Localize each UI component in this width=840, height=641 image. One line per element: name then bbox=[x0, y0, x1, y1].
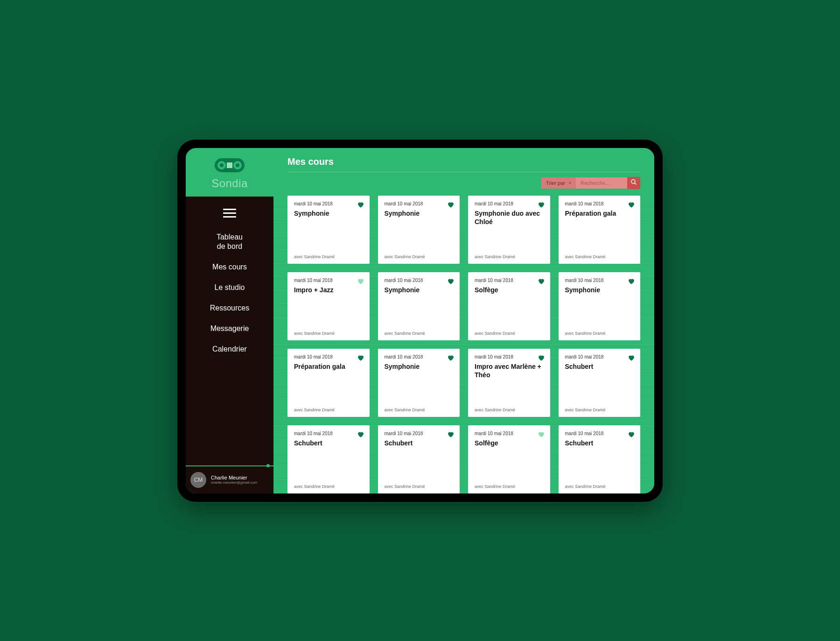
course-card[interactable]: mardi 10 mai 2018Solfègeavec Sandrine Dr… bbox=[468, 272, 550, 340]
course-card[interactable]: mardi 10 mai 2018Symphonieavec Sandrine … bbox=[378, 272, 460, 340]
main-content: Mes cours Trier par ▾ mardi 10 mai bbox=[273, 148, 654, 493]
nav-item[interactable]: Messagerie bbox=[186, 318, 273, 339]
nav-item[interactable]: Le studio bbox=[186, 277, 273, 298]
nav-item[interactable]: Mes cours bbox=[186, 257, 273, 277]
course-title: Préparation gala bbox=[294, 362, 363, 371]
course-card[interactable]: mardi 10 mai 2018Préparation galaavec Sa… bbox=[559, 196, 641, 264]
sort-label: Trier par bbox=[546, 180, 565, 186]
course-card[interactable]: mardi 10 mai 2018Symphonieavec Sandrine … bbox=[378, 349, 460, 417]
course-title: Symphonie bbox=[385, 286, 454, 294]
course-card[interactable]: mardi 10 mai 2018Schubertavec Sandrine D… bbox=[559, 349, 641, 417]
course-title: Symphonie bbox=[385, 209, 454, 218]
heart-icon[interactable] bbox=[357, 353, 365, 362]
nav-item[interactable]: Tableau de bord bbox=[186, 227, 273, 257]
course-title: Symphonie bbox=[385, 362, 454, 371]
user-text: Charlie Meunier charlie.meunier@gmail.co… bbox=[211, 475, 257, 485]
svg-point-6 bbox=[631, 179, 635, 183]
course-card[interactable]: mardi 10 mai 2018Symphonieavec Sandrine … bbox=[287, 196, 370, 264]
course-title: Impro avec Marlène + Théo bbox=[475, 362, 544, 379]
course-instructor: avec Sandrine Dramé bbox=[385, 484, 454, 489]
course-date: mardi 10 mai 2018 bbox=[475, 201, 544, 206]
course-card[interactable]: mardi 10 mai 2018Symphonieavec Sandrine … bbox=[559, 272, 641, 340]
search-button[interactable] bbox=[627, 177, 640, 189]
course-card[interactable]: mardi 10 mai 2018Symphonieavec Sandrine … bbox=[378, 196, 460, 264]
course-card[interactable]: mardi 10 mai 2018Solfègeavec Sandrine Dr… bbox=[468, 425, 550, 493]
course-grid: mardi 10 mai 2018Symphonieavec Sandrine … bbox=[273, 196, 654, 493]
course-instructor: avec Sandrine Dramé bbox=[565, 408, 634, 412]
heart-icon[interactable] bbox=[537, 200, 546, 209]
search-icon bbox=[630, 179, 637, 187]
brand-logo-icon bbox=[215, 158, 245, 174]
hamburger-menu-icon[interactable] bbox=[186, 202, 273, 227]
main-nav: Tableau de bordMes coursLe studioRessour… bbox=[186, 197, 273, 465]
course-card[interactable]: mardi 10 mai 2018Schubertavec Sandrine D… bbox=[559, 425, 641, 493]
course-date: mardi 10 mai 2018 bbox=[294, 278, 363, 283]
search-input[interactable] bbox=[576, 177, 627, 189]
course-date: mardi 10 mai 2018 bbox=[565, 278, 634, 283]
nav-item[interactable]: Calendrier bbox=[186, 339, 273, 359]
heart-icon[interactable] bbox=[357, 277, 365, 285]
tablet-frame: Sondia Tableau de bordMes coursLe studio… bbox=[177, 140, 663, 502]
heart-icon[interactable] bbox=[447, 430, 455, 438]
sort-dropdown[interactable]: Trier par ▾ bbox=[541, 177, 576, 189]
heart-icon[interactable] bbox=[627, 277, 636, 285]
heart-icon[interactable] bbox=[627, 430, 636, 438]
course-instructor: avec Sandrine Dramé bbox=[475, 484, 544, 489]
course-title: Schubert bbox=[565, 362, 634, 371]
course-card[interactable]: mardi 10 mai 2018Impro avec Marlène + Th… bbox=[468, 349, 550, 417]
course-title: Symphonie duo avec Chloé bbox=[475, 209, 544, 226]
course-instructor: avec Sandrine Dramé bbox=[475, 331, 544, 336]
course-card[interactable]: mardi 10 mai 2018Préparation galaavec Sa… bbox=[287, 349, 370, 417]
course-date: mardi 10 mai 2018 bbox=[475, 278, 544, 283]
heart-icon[interactable] bbox=[447, 353, 455, 362]
course-instructor: avec Sandrine Dramé bbox=[294, 254, 363, 259]
course-instructor: avec Sandrine Dramé bbox=[475, 408, 544, 412]
chevron-down-icon: ▾ bbox=[569, 181, 571, 185]
course-date: mardi 10 mai 2018 bbox=[294, 201, 363, 206]
course-card[interactable]: mardi 10 mai 2018Schubertavec Sandrine D… bbox=[378, 425, 460, 493]
heart-icon[interactable] bbox=[627, 353, 636, 362]
svg-point-5 bbox=[236, 163, 239, 167]
sidebar: Sondia Tableau de bordMes coursLe studio… bbox=[186, 148, 273, 493]
svg-line-7 bbox=[635, 183, 637, 184]
course-date: mardi 10 mai 2018 bbox=[565, 201, 634, 206]
heart-icon[interactable] bbox=[627, 200, 636, 209]
course-title: Solfège bbox=[475, 439, 544, 447]
heart-icon[interactable] bbox=[537, 277, 546, 285]
heart-icon[interactable] bbox=[357, 430, 365, 438]
course-date: mardi 10 mai 2018 bbox=[385, 431, 454, 436]
svg-point-2 bbox=[220, 163, 224, 167]
course-instructor: avec Sandrine Dramé bbox=[385, 331, 454, 336]
course-card[interactable]: mardi 10 mai 2018Schubertavec Sandrine D… bbox=[287, 425, 370, 493]
heart-icon[interactable] bbox=[447, 277, 455, 285]
course-card[interactable]: mardi 10 mai 2018Impro + Jazzavec Sandri… bbox=[287, 272, 370, 340]
course-instructor: avec Sandrine Dramé bbox=[565, 331, 634, 336]
course-instructor: avec Sandrine Dramé bbox=[385, 254, 454, 259]
course-title: Préparation gala bbox=[565, 209, 634, 218]
course-instructor: avec Sandrine Dramé bbox=[294, 484, 363, 489]
user-profile-bar[interactable]: CM Charlie Meunier charlie.meunier@gmail… bbox=[186, 465, 273, 493]
svg-rect-3 bbox=[227, 162, 232, 168]
course-date: mardi 10 mai 2018 bbox=[385, 278, 454, 283]
page-title: Mes cours bbox=[273, 148, 654, 172]
course-date: mardi 10 mai 2018 bbox=[475, 431, 544, 436]
heart-icon[interactable] bbox=[447, 200, 455, 209]
course-instructor: avec Sandrine Dramé bbox=[565, 484, 634, 489]
course-instructor: avec Sandrine Dramé bbox=[565, 254, 634, 259]
course-date: mardi 10 mai 2018 bbox=[294, 431, 363, 436]
course-title: Schubert bbox=[565, 439, 634, 447]
nav-item[interactable]: Ressources bbox=[186, 298, 273, 318]
heart-icon[interactable] bbox=[357, 200, 365, 209]
heart-icon[interactable] bbox=[537, 430, 546, 438]
course-date: mardi 10 mai 2018 bbox=[385, 201, 454, 206]
course-date: mardi 10 mai 2018 bbox=[565, 431, 634, 436]
course-title: Schubert bbox=[385, 439, 454, 447]
user-email: charlie.meunier@gmail.com bbox=[211, 480, 257, 485]
brand-area: Sondia bbox=[186, 148, 273, 197]
course-instructor: avec Sandrine Dramé bbox=[294, 408, 363, 412]
course-instructor: avec Sandrine Dramé bbox=[294, 331, 363, 336]
course-card[interactable]: mardi 10 mai 2018Symphonie duo avec Chlo… bbox=[468, 196, 550, 264]
heart-icon[interactable] bbox=[537, 353, 546, 362]
course-date: mardi 10 mai 2018 bbox=[294, 354, 363, 359]
course-title: Schubert bbox=[294, 439, 363, 447]
